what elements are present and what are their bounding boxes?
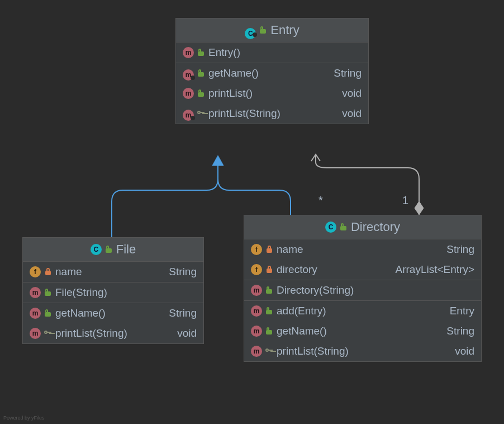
method-icon: m — [251, 305, 262, 317]
method-icon: m — [251, 346, 262, 357]
method-icon: m — [30, 308, 41, 319]
member-name: printList(String) — [208, 107, 280, 120]
unlock-icon — [44, 309, 52, 317]
inheritance-arrowhead-file — [212, 156, 224, 166]
field-icon: f — [251, 264, 262, 275]
member-type: String — [446, 325, 474, 337]
member-type: void — [177, 327, 197, 340]
method-icon: m — [183, 68, 194, 79]
key-icon — [197, 110, 205, 117]
uml-class-directory-header: C Directory — [244, 215, 481, 239]
uml-member-row: m Entry() — [176, 43, 368, 63]
member-name: getName() — [277, 325, 327, 337]
uml-member-row: m printList(String) void — [176, 103, 368, 124]
member-name: name — [277, 243, 303, 256]
method-icon: m — [183, 47, 194, 58]
unlock-icon — [44, 289, 52, 296]
uml-member-row: f name String — [23, 262, 203, 282]
member-type: void — [455, 345, 474, 357]
uml-member-row: m printList() void — [176, 83, 368, 103]
class-icon: C — [91, 244, 102, 255]
unlock-icon — [265, 307, 273, 315]
lock-icon — [44, 268, 52, 276]
method-icon: m — [183, 108, 194, 119]
uml-member-row: m Directory(String) — [244, 280, 481, 300]
uml-member-row: f name String — [244, 239, 481, 260]
uml-member-row: m add(Entry) Entry — [244, 301, 481, 321]
lock-icon — [265, 266, 273, 274]
uml-member-row: m printList(String) void — [23, 323, 203, 343]
unlock-icon — [105, 246, 113, 253]
field-icon: f — [251, 244, 262, 255]
member-type: void — [342, 87, 362, 100]
member-type: ArrayList<Entry> — [396, 263, 475, 276]
unlock-icon — [265, 286, 273, 294]
unlock-icon — [197, 69, 205, 77]
member-type: void — [342, 107, 362, 120]
member-name: name — [55, 266, 82, 278]
uml-member-row: m getName() String — [176, 63, 368, 83]
class-icon: C — [325, 222, 336, 233]
member-type: String — [169, 307, 197, 319]
inheritance-edge-file — [112, 166, 218, 237]
uml-member-row: f directory ArrayList<Entry> — [244, 260, 481, 280]
uml-class-name: Entry — [270, 23, 299, 37]
watermark: Powered by yFiles — [3, 415, 45, 421]
unlock-icon — [340, 223, 348, 231]
inheritance-edge-directory — [218, 166, 291, 215]
uml-member-row: m getName() String — [23, 303, 203, 323]
method-icon: m — [30, 287, 41, 298]
key-icon — [44, 329, 52, 337]
composition-edge — [316, 156, 419, 215]
method-icon: m — [251, 285, 262, 296]
uml-class-file[interactable]: C File f name String m File(String) m ge… — [22, 237, 204, 344]
lock-icon — [265, 246, 273, 253]
member-type: String — [334, 67, 362, 79]
uml-class-name: File — [116, 242, 136, 257]
method-icon: m — [183, 88, 194, 99]
uml-class-entry-header: C Entry — [176, 18, 368, 43]
member-type: String — [169, 266, 197, 278]
composition-diamond — [415, 201, 424, 215]
member-name: add(Entry) — [277, 305, 326, 317]
unlock-icon — [265, 327, 273, 335]
member-name: Directory(String) — [277, 284, 354, 296]
uml-member-row: m getName() String — [244, 321, 481, 341]
unlock-icon — [259, 26, 267, 34]
field-icon: f — [30, 266, 41, 277]
member-name: getName() — [208, 67, 259, 79]
member-name: getName() — [55, 307, 106, 319]
member-name: printList(String) — [277, 345, 349, 357]
member-name: printList() — [208, 87, 253, 100]
multiplicity-many: * — [318, 194, 323, 206]
member-name: printList(String) — [55, 327, 127, 340]
uml-class-file-header: C File — [23, 238, 203, 262]
uml-member-row: m File(String) — [23, 282, 203, 303]
key-icon — [265, 347, 273, 355]
unlock-icon — [197, 49, 205, 56]
method-icon: m — [251, 326, 262, 337]
multiplicity-one: 1 — [402, 194, 408, 206]
member-name: directory — [277, 263, 317, 276]
member-name: Entry() — [208, 46, 240, 59]
uml-class-directory[interactable]: C Directory f name String f directory Ar… — [244, 215, 482, 362]
member-type: Entry — [450, 305, 474, 317]
member-name: File(String) — [55, 286, 107, 299]
method-icon: m — [30, 328, 41, 339]
unlock-icon — [197, 89, 205, 97]
uml-class-entry[interactable]: C Entry m Entry() m getName() String m p… — [175, 18, 369, 124]
class-icon: C — [245, 25, 256, 36]
composition-arrowhead — [311, 154, 320, 161]
member-type: String — [446, 243, 474, 256]
uml-member-row: m printList(String) void — [244, 341, 481, 361]
uml-class-name: Directory — [351, 220, 400, 234]
